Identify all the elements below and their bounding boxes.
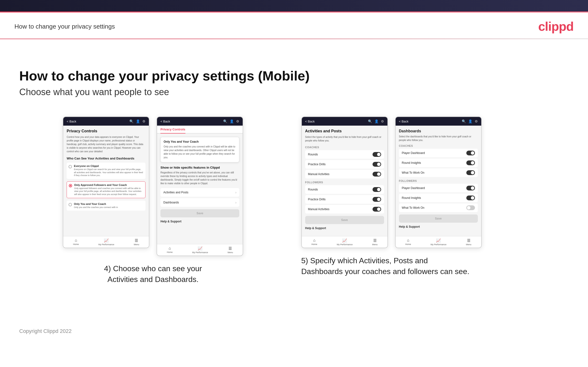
settings-icon-3[interactable]: ⚙: [381, 119, 384, 123]
radio-option-approved[interactable]: Only Approved Followers and Your Coach O…: [67, 181, 146, 198]
radio-circle-coach-only: [69, 203, 72, 206]
screen-1: < Back 🔍 👤 ⚙ Privacy Controls Control ho…: [63, 117, 149, 248]
nav-menu-label-2: Menu: [227, 251, 233, 254]
screen-4: < Back 🔍 👤 ⚙ Dashboards Select the dashb…: [395, 117, 482, 248]
nav-home-3[interactable]: ⌂ Home: [311, 238, 317, 246]
nav-home-label-2: Home: [167, 251, 173, 253]
toggle-followers-what-work-switch[interactable]: [466, 205, 475, 210]
screen1-header: < Back 🔍 👤 ⚙: [63, 117, 149, 126]
nav-performance-label-1: My Performance: [98, 243, 114, 246]
nav-performance-label-2: My Performance: [192, 251, 208, 254]
menu-icon-2: ☰: [228, 246, 232, 251]
chart-icon-1: 📈: [104, 238, 109, 243]
toggle-followers-player-dash[interactable]: Player Dashboard: [399, 184, 478, 192]
search-icon-2[interactable]: 🔍: [223, 119, 227, 123]
screen3-title: Activities and Posts: [305, 129, 384, 133]
settings-icon[interactable]: ⚙: [142, 119, 146, 123]
nav-menu-2[interactable]: ☰ Menu: [227, 246, 233, 254]
help-support-4: Help & Support: [399, 223, 478, 229]
search-icon-3[interactable]: 🔍: [368, 119, 372, 123]
toggle-followers-practice-switch[interactable]: [372, 197, 381, 202]
coaches-label-4: COACHES: [399, 144, 478, 147]
tab-privacy-controls[interactable]: Privacy Controls: [160, 126, 185, 133]
screen2-back[interactable]: < Back: [160, 120, 170, 123]
radio-option-everyone[interactable]: Everyone on Clippd Everyone on Clippd ca…: [67, 163, 146, 179]
save-button-2[interactable]: Save: [160, 209, 239, 217]
screen4-title: Dashboards: [399, 129, 478, 133]
coaches-label-3: COACHES: [305, 146, 384, 149]
toggle-coaches-rounds[interactable]: Rounds: [305, 150, 384, 159]
people-icon[interactable]: 👤: [136, 119, 140, 123]
nav-home-2[interactable]: ⌂ Home: [167, 246, 173, 254]
toggle-followers-rounds[interactable]: Rounds: [305, 185, 384, 194]
toggle-coaches-manual-switch[interactable]: [372, 172, 381, 176]
screen4-back[interactable]: < Back: [399, 120, 409, 123]
toggle-followers-practice[interactable]: Practice Drills: [305, 195, 384, 204]
nav-menu-4[interactable]: ☰ Menu: [466, 238, 471, 246]
toggle-followers-round-insights-switch[interactable]: [466, 195, 475, 200]
nav-menu-1[interactable]: ☰ Menu: [134, 238, 139, 246]
toggle-coaches-what-work-switch[interactable]: [466, 170, 475, 175]
toggle-coaches-manual[interactable]: Manual Activities: [305, 170, 384, 178]
toggle-followers-rounds-switch[interactable]: [372, 187, 381, 192]
nav-menu-3[interactable]: ☰ Menu: [372, 238, 378, 246]
toggle-coaches-round-insights-switch[interactable]: [466, 160, 475, 165]
toggle-followers-practice-label: Practice Drills: [308, 198, 326, 201]
radio-label-everyone: Everyone on Clippd: [74, 165, 144, 167]
nav-performance-1[interactable]: 📈 My Performance: [98, 238, 114, 246]
menu-dashboards[interactable]: Dashboards ›: [160, 198, 239, 207]
nav-performance-4[interactable]: 📈 My Performance: [431, 238, 446, 246]
copyright-text: Copyright Clippd 2022: [19, 328, 72, 334]
toggle-coaches-round-insights[interactable]: Round Insights: [399, 158, 478, 167]
nav-home-label-4: Home: [405, 243, 411, 245]
screen4-header: < Back 🔍 👤 ⚙: [396, 117, 481, 126]
screenshots-row: < Back 🔍 👤 ⚙ Privacy Controls Control ho…: [19, 117, 569, 285]
screen1-icons: 🔍 👤 ⚙: [129, 119, 146, 123]
people-icon-4[interactable]: 👤: [468, 119, 472, 123]
screen3-body: Activities and Posts Select the types of…: [302, 126, 388, 236]
nav-home-label-1: Home: [73, 243, 79, 245]
toggle-coaches-practice[interactable]: Practice Drills: [305, 160, 384, 169]
breadcrumb: How to change your privacy settings: [14, 23, 115, 30]
settings-icon-4[interactable]: ⚙: [475, 119, 478, 123]
toggle-followers-manual-switch[interactable]: [372, 207, 381, 212]
menu-icon-1: ☰: [135, 238, 138, 243]
screen4-bottom-nav: ⌂ Home 📈 My Performance ☰ Menu: [396, 236, 481, 248]
toggle-followers-what-work[interactable]: What To Work On: [399, 203, 478, 212]
menu-dashboards-label: Dashboards: [163, 201, 179, 204]
people-icon-3[interactable]: 👤: [374, 119, 379, 123]
toggle-followers-rounds-label: Rounds: [308, 188, 318, 191]
toggle-followers-what-work-label: What To Work On: [402, 206, 424, 209]
toggle-coaches-player-dash[interactable]: Player Dashboard: [399, 149, 478, 157]
people-icon-2[interactable]: 👤: [230, 119, 234, 123]
nav-performance-2[interactable]: 📈 My Performance: [192, 246, 208, 254]
toggle-coaches-what-work[interactable]: What To Work On: [399, 168, 478, 177]
toggle-followers-round-insights[interactable]: Round Insights: [399, 194, 478, 202]
screen4-desc: Select the dashboards that you'd like to…: [399, 135, 478, 142]
toggle-coaches-rounds-switch[interactable]: [372, 152, 381, 157]
toggle-coaches-practice-switch[interactable]: [372, 162, 381, 167]
screen1-bottom-nav: ⌂ Home 📈 My Performance ☰ Menu: [63, 236, 149, 248]
save-button-4[interactable]: Save: [399, 215, 478, 223]
menu-activities-label: Activities and Posts: [163, 191, 188, 194]
save-button-3[interactable]: Save: [305, 216, 384, 224]
screen3-desc: Select the types of activity that you'd …: [305, 135, 384, 142]
nav-home-label-3: Home: [311, 243, 317, 245]
search-icon[interactable]: 🔍: [129, 119, 133, 123]
radio-circle-everyone: [69, 165, 72, 168]
nav-home-4[interactable]: ⌂ Home: [405, 238, 411, 246]
nav-home-1[interactable]: ⌂ Home: [73, 238, 79, 246]
help-support-2: Help & Support: [160, 217, 239, 224]
toggle-coaches-player-dash-switch[interactable]: [466, 150, 475, 155]
settings-icon-2[interactable]: ⚙: [236, 119, 239, 123]
nav-performance-label-4: My Performance: [431, 243, 446, 246]
screen3-back[interactable]: < Back: [305, 120, 315, 123]
radio-option-coach-only[interactable]: Only You and Your Coach Only you and the…: [67, 200, 146, 211]
nav-performance-3[interactable]: 📈 My Performance: [337, 238, 353, 246]
menu-activities[interactable]: Activities and Posts ›: [160, 188, 239, 197]
screenshot-group-2: < Back 🔍 👤 ⚙ Activities and Posts Select…: [301, 117, 569, 277]
screen1-back[interactable]: < Back: [67, 120, 76, 123]
search-icon-4[interactable]: 🔍: [462, 119, 466, 123]
toggle-followers-manual[interactable]: Manual Activities: [305, 205, 384, 214]
toggle-followers-player-dash-switch[interactable]: [466, 186, 475, 191]
